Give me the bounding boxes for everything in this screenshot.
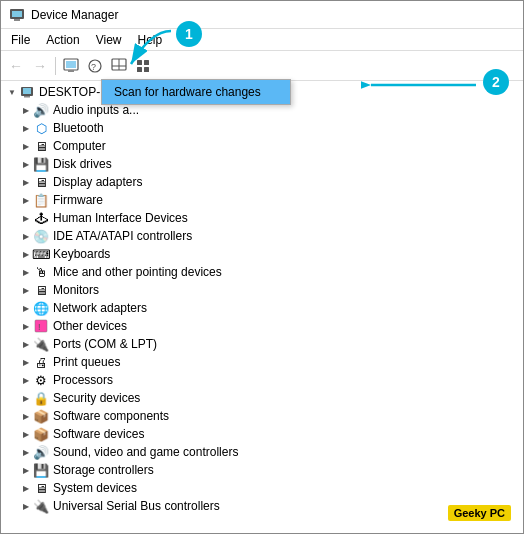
arrow[interactable]: ▶ — [19, 103, 33, 117]
device-tree[interactable]: ▼ DESKTOP-N7J10BC ▶ 🔊 Audio inputs a... … — [1, 81, 523, 533]
device-manager-window: Device Manager File Action View Help ← →… — [0, 0, 524, 534]
arrow[interactable]: ▶ — [19, 445, 33, 459]
sw-components-icon: 📦 — [33, 408, 49, 424]
item-label: Sound, video and game controllers — [53, 445, 238, 459]
list-item[interactable]: ▶ 🖥 System devices — [1, 479, 523, 497]
list-item[interactable]: ▶ 📦 Software devices — [1, 425, 523, 443]
scan-icon — [111, 58, 127, 74]
list-item[interactable]: ▶ 🔌 Universal Serial Bus controllers — [1, 497, 523, 515]
list-item[interactable]: ▶ 🔌 Ports (COM & LPT) — [1, 335, 523, 353]
firmware-icon: 📋 — [33, 192, 49, 208]
mice-icon: 🖱 — [33, 264, 49, 280]
scan-hardware-changes-item[interactable]: Scan for hardware changes — [102, 80, 290, 104]
arrow[interactable]: ▶ — [19, 499, 33, 513]
arrow[interactable]: ▶ — [19, 481, 33, 495]
item-label: Disk drives — [53, 157, 112, 171]
menu-bar: File Action View Help — [1, 29, 523, 51]
item-label: Human Interface Devices — [53, 211, 188, 225]
menu-file[interactable]: File — [5, 31, 36, 49]
arrow[interactable]: ▶ — [19, 175, 33, 189]
disk-icon: 💾 — [33, 156, 49, 172]
arrow[interactable]: ▶ — [19, 373, 33, 387]
menu-action[interactable]: Action — [40, 31, 85, 49]
context-menu: Scan for hardware changes — [101, 79, 291, 105]
arrow[interactable]: ▶ — [19, 121, 33, 135]
ports-icon: 🔌 — [33, 336, 49, 352]
arrow[interactable]: ▶ — [19, 355, 33, 369]
mice-item[interactable]: ▶ 🖱 Mice and other pointing devices — [1, 263, 523, 281]
back-button[interactable]: ← — [5, 55, 27, 77]
item-label: Other devices — [53, 319, 127, 333]
display-icon: 🖥 — [33, 174, 49, 190]
print-icon: 🖨 — [33, 354, 49, 370]
item-label: Security devices — [53, 391, 140, 405]
list-item[interactable]: ▶ 📋 Firmware — [1, 191, 523, 209]
item-label: IDE ATA/ATAPI controllers — [53, 229, 192, 243]
title-icon — [9, 7, 25, 23]
scan-button[interactable] — [108, 55, 130, 77]
show-hidden-button[interactable] — [132, 55, 154, 77]
item-label: System devices — [53, 481, 137, 495]
item-label: Keyboards — [53, 247, 110, 261]
item-label: Software devices — [53, 427, 144, 441]
toolbar: ← → ? — [1, 51, 523, 81]
arrow[interactable]: ▶ — [19, 337, 33, 351]
arrow[interactable]: ▶ — [19, 427, 33, 441]
list-item[interactable]: ▶ 💾 Disk drives — [1, 155, 523, 173]
title-bar: Device Manager — [1, 1, 523, 29]
arrow[interactable]: ▶ — [19, 193, 33, 207]
list-item[interactable]: ▶ 💿 IDE ATA/ATAPI controllers — [1, 227, 523, 245]
arrow[interactable]: ▶ — [19, 283, 33, 297]
svg-rect-14 — [144, 67, 149, 72]
update-driver-button[interactable]: ? — [84, 55, 106, 77]
list-item[interactable]: ▶ 🖥 Computer — [1, 137, 523, 155]
arrow[interactable]: ▶ — [19, 229, 33, 243]
arrow[interactable]: ▶ — [19, 265, 33, 279]
arrow[interactable]: ▶ — [19, 301, 33, 315]
list-item[interactable]: ▶ 🖥 Display adapters — [1, 173, 523, 191]
arrow[interactable]: ▶ — [19, 211, 33, 225]
storage-icon: 💾 — [33, 462, 49, 478]
arrow[interactable]: ▶ — [19, 463, 33, 477]
properties-button[interactable] — [60, 55, 82, 77]
svg-rect-1 — [12, 11, 22, 17]
arrow[interactable]: ▶ — [19, 319, 33, 333]
menu-view[interactable]: View — [90, 31, 128, 49]
list-item[interactable]: ▶ 🕹 Human Interface Devices — [1, 209, 523, 227]
svg-rect-4 — [66, 61, 76, 68]
list-item[interactable]: ▶ ⬡ Bluetooth — [1, 119, 523, 137]
list-item[interactable]: ▶ 💾 Storage controllers — [1, 461, 523, 479]
computer-icon: 🖥 — [33, 138, 49, 154]
item-label: Display adapters — [53, 175, 142, 189]
root-expand[interactable]: ▼ — [5, 85, 19, 99]
item-label: Computer — [53, 139, 106, 153]
ide-icon: 💿 — [33, 228, 49, 244]
item-label: Audio inputs a... — [53, 103, 139, 117]
list-item[interactable]: ▶ ⚙ Processors — [1, 371, 523, 389]
item-label: Print queues — [53, 355, 120, 369]
arrow[interactable]: ▶ — [19, 409, 33, 423]
sw-devices-icon: 📦 — [33, 426, 49, 442]
list-item[interactable]: ▶ 🌐 Network adapters — [1, 299, 523, 317]
list-item[interactable]: ▶ 🔊 Sound, video and game controllers — [1, 443, 523, 461]
list-item[interactable]: ▶ 🖥 Monitors — [1, 281, 523, 299]
arrow[interactable]: ▶ — [19, 157, 33, 171]
list-item[interactable]: ▶ 📦 Software components — [1, 407, 523, 425]
toolbar-separator-1 — [55, 57, 56, 75]
list-item[interactable]: ▶ 🖨 Print queues — [1, 353, 523, 371]
svg-rect-18 — [35, 320, 47, 332]
other-icon: ! — [33, 318, 49, 334]
other-devices-item[interactable]: ▶ ! Other devices — [1, 317, 523, 335]
list-item[interactable]: ▶ ⌨ Keyboards — [1, 245, 523, 263]
svg-rect-12 — [144, 60, 149, 65]
arrow[interactable]: ▶ — [19, 391, 33, 405]
root-icon — [19, 84, 35, 100]
forward-button[interactable]: → — [29, 55, 51, 77]
arrow[interactable]: ▶ — [19, 139, 33, 153]
security-icon: 🔒 — [33, 390, 49, 406]
menu-help[interactable]: Help — [132, 31, 169, 49]
item-label: Mice and other pointing devices — [53, 265, 222, 279]
monitor-icon: 🖥 — [33, 282, 49, 298]
list-item[interactable]: ▶ 🔒 Security devices — [1, 389, 523, 407]
svg-rect-17 — [24, 96, 30, 98]
